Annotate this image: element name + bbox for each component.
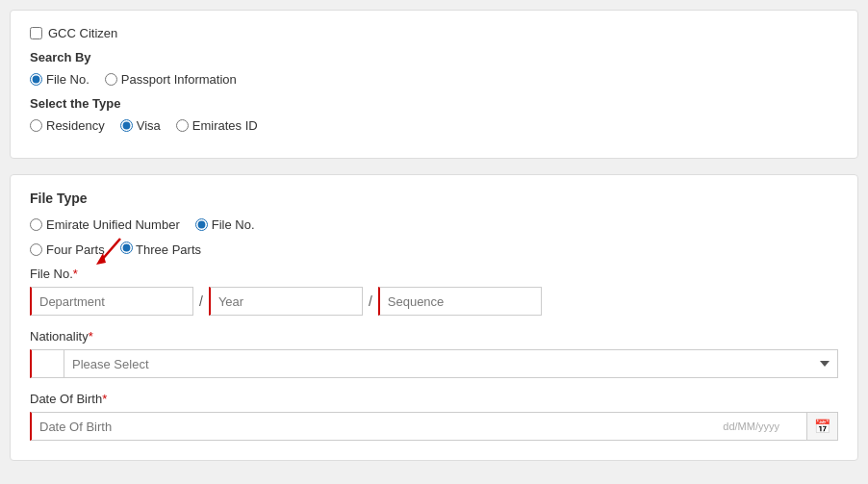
file-type-options-row: Emirate Unified Number File No.	[30, 217, 838, 232]
visa-option[interactable]: Visa	[120, 118, 161, 133]
file-no-option[interactable]: File No.	[30, 72, 89, 87]
file-no-label[interactable]: File No.	[46, 72, 89, 87]
department-input[interactable]	[30, 287, 193, 316]
year-input[interactable]	[209, 287, 363, 316]
emirate-unified-option[interactable]: Emirate Unified Number	[30, 217, 180, 232]
four-parts-radio[interactable]	[30, 243, 42, 256]
sequence-input[interactable]	[378, 287, 542, 316]
type-group: Residency Visa Emirates ID	[30, 118, 838, 133]
residency-option[interactable]: Residency	[30, 118, 105, 133]
gcc-citizen-row: GCC Citizen	[30, 26, 838, 40]
four-parts-label[interactable]: Four Parts	[46, 242, 105, 257]
four-parts-option[interactable]: Four Parts	[30, 242, 105, 257]
three-parts-label[interactable]: Three Parts	[136, 242, 201, 257]
residency-label[interactable]: Residency	[46, 118, 105, 133]
dob-input[interactable]	[32, 413, 806, 440]
calendar-button[interactable]: 📅	[806, 413, 837, 440]
emirates-id-label[interactable]: Emirates ID	[192, 118, 258, 133]
three-parts-option[interactable]: Three Parts	[120, 242, 201, 257]
separator-2: /	[363, 293, 378, 309]
gcc-citizen-label[interactable]: GCC Citizen	[48, 26, 117, 40]
passport-info-label[interactable]: Passport Information	[121, 72, 237, 87]
search-by-label: Search By	[30, 50, 838, 64]
file-no-radio[interactable]	[30, 73, 42, 86]
dob-row: dd/MM/yyyy 📅	[30, 412, 838, 441]
file-no-field-label: File No.*	[30, 267, 838, 281]
nationality-select[interactable]: Please Select	[64, 349, 838, 378]
emirates-id-radio[interactable]	[176, 119, 189, 132]
residency-radio[interactable]	[30, 119, 42, 132]
emirate-unified-radio[interactable]	[30, 218, 42, 231]
gcc-citizen-checkbox[interactable]	[30, 27, 42, 39]
dob-input-wrapper: dd/MM/yyyy 📅	[30, 412, 838, 441]
passport-info-option[interactable]: Passport Information	[105, 72, 237, 87]
file-type-title: File Type	[30, 191, 838, 206]
file-no-type-label[interactable]: File No.	[212, 217, 255, 232]
search-by-group: File No. Passport Information	[30, 72, 838, 87]
calendar-icon: 📅	[814, 419, 830, 434]
file-type-card: File Type Emirate Unified Number File No…	[10, 174, 858, 461]
passport-info-radio[interactable]	[105, 73, 117, 86]
separator-1: /	[193, 293, 209, 309]
visa-radio[interactable]	[120, 119, 133, 132]
emirate-unified-label[interactable]: Emirate Unified Number	[46, 217, 180, 232]
file-no-inputs-row: / /	[30, 287, 838, 316]
visa-label[interactable]: Visa	[137, 118, 161, 133]
nationality-flag	[30, 349, 64, 378]
dob-field-label: Date Of Birth*	[30, 392, 838, 406]
nationality-field-label: Nationality*	[30, 329, 838, 344]
three-parts-radio[interactable]	[120, 242, 133, 254]
search-card: GCC Citizen Search By File No. Passport …	[10, 10, 858, 159]
nationality-row: Please Select	[30, 349, 838, 378]
file-no-type-option[interactable]: File No.	[195, 217, 255, 232]
select-type-label: Select the Type	[30, 96, 838, 111]
file-no-type-radio[interactable]	[195, 218, 208, 231]
emirates-id-option[interactable]: Emirates ID	[176, 118, 258, 133]
parts-options-row: Four Parts Three Parts	[30, 242, 838, 257]
